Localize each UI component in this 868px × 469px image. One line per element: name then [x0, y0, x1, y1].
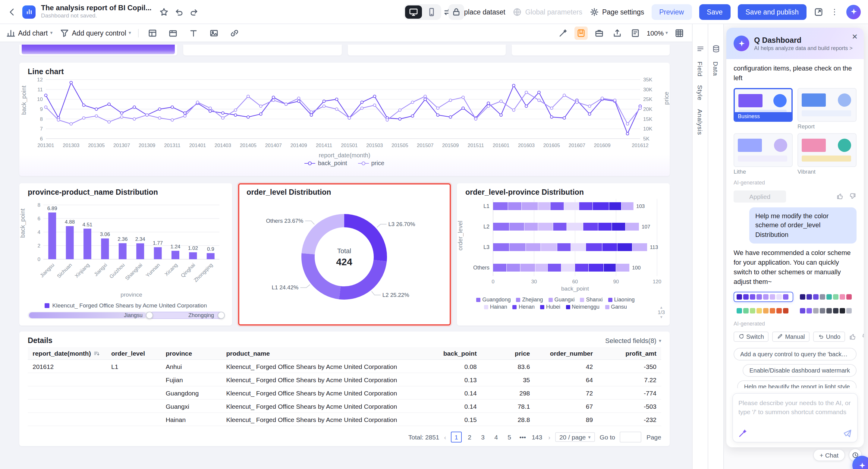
table-row[interactable]: Guangdong Kleencut_ Forged Office Shears…	[28, 386, 661, 399]
page-number[interactable]: 4	[491, 432, 501, 442]
more-menu-icon[interactable]: ⋮	[831, 7, 839, 16]
ai-suggestion-chip[interactable]: Add a query control to query the 'back_p…	[734, 348, 857, 361]
dashboard-canvas[interactable]: Line chart back_point price 65K710K815K9…	[0, 42, 692, 469]
data-zoom-slider[interactable]: Jiangsu Zhongqing	[28, 312, 224, 319]
next-page-icon[interactable]: ›	[548, 434, 550, 440]
card-fragment[interactable]	[347, 44, 506, 56]
theme-option-vibrant[interactable]: Vibrant	[798, 133, 857, 175]
tab-style[interactable]: Style	[696, 85, 704, 101]
task-list-icon[interactable]	[629, 26, 642, 39]
theme-thumbnail[interactable]	[798, 133, 857, 167]
page-number[interactable]: 143	[530, 432, 544, 442]
legend-item[interactable]: Neimenggu	[566, 304, 599, 310]
table-row[interactable]: Hebei Kleencut_ Forged Office Shears by …	[28, 426, 661, 427]
undo-scheme-button[interactable]: Undo	[813, 332, 845, 342]
copilot-avatar[interactable]	[846, 4, 861, 19]
card-fragment[interactable]	[512, 44, 670, 56]
legend-item[interactable]: Guangdong	[476, 296, 510, 303]
tab-analysis[interactable]: Analysis	[696, 109, 704, 135]
legend-item[interactable]: Hainan	[484, 304, 507, 310]
ai-suggestion-chip[interactable]: Enable/Disable dashboard watermark	[743, 364, 857, 377]
add-query-control-button[interactable]: Add query control▾	[60, 28, 131, 38]
pager-down-icon[interactable]: ▼	[659, 316, 663, 319]
thumb-up-icon[interactable]	[849, 333, 857, 341]
save-button[interactable]: Save	[699, 4, 730, 20]
save-and-publish-button[interactable]: Save and publish	[738, 4, 807, 20]
legend-item[interactable]: Guangxi	[548, 296, 575, 303]
card-fragment[interactable]	[184, 44, 342, 56]
card-fragment-purple[interactable]	[19, 44, 178, 56]
page-number[interactable]: 2	[464, 432, 475, 442]
component-library-icon[interactable]	[592, 26, 606, 39]
tab-field[interactable]: Field	[696, 61, 704, 77]
theme-wand-icon[interactable]	[556, 26, 569, 39]
ai-input-box[interactable]: Please describe your needs to the AI, or…	[733, 393, 858, 442]
undo-icon[interactable]	[175, 7, 184, 17]
theme-option-lithe[interactable]: Lithe	[734, 133, 793, 175]
magic-wand-icon[interactable]	[738, 429, 747, 438]
insert-tab-container-icon[interactable]	[167, 26, 180, 39]
order-level-donut-card[interactable]: order_level Distribution L3 26.70%L2 25.…	[238, 183, 451, 325]
favorite-star-icon[interactable]	[159, 7, 169, 17]
color-palette[interactable]	[797, 292, 857, 302]
tab-data[interactable]: Data	[712, 61, 719, 76]
insert-text-icon[interactable]	[187, 26, 200, 39]
theme-thumbnail[interactable]	[798, 88, 857, 122]
page-settings-button[interactable]: Page settings	[590, 7, 644, 17]
prev-page-icon[interactable]: ‹	[444, 434, 446, 440]
ai-panel-subtitle[interactable]: AI helps analyze data and build reports …	[754, 45, 852, 51]
back-icon[interactable]	[7, 7, 17, 17]
legend-item[interactable]: Shanxi	[580, 296, 603, 303]
legend-item[interactable]: price	[358, 160, 384, 166]
legend-item[interactable]: Hubei	[540, 304, 560, 310]
zoom-select[interactable]: 100%▾	[647, 29, 668, 36]
goto-page-input[interactable]	[620, 432, 642, 442]
legend-item[interactable]: back_point	[305, 160, 347, 166]
page-number[interactable]: 1	[451, 432, 462, 442]
switch-scheme-button[interactable]: Switch	[734, 332, 769, 342]
page-number[interactable]: 5	[504, 432, 515, 442]
page-size-select[interactable]: 20 / page▾	[555, 432, 595, 442]
color-palette[interactable]	[734, 292, 793, 302]
global-parameters-button[interactable]: Global parameters	[513, 7, 582, 17]
preview-button[interactable]: Preview	[651, 4, 692, 20]
legend-item[interactable]: Liaoning	[608, 296, 635, 303]
thumb-down-icon[interactable]	[849, 193, 857, 200]
add-chart-button[interactable]: Add chart▾	[6, 28, 53, 38]
table-row[interactable]: Fujian Kleencut_ Forged Office Shears by…	[28, 373, 661, 386]
table-row[interactable]: Hainan Kleencut_ Forged Office Shears by…	[28, 413, 661, 426]
close-icon[interactable]: ✕	[852, 33, 858, 41]
theme-thumbnail[interactable]	[734, 133, 793, 167]
insert-image-icon[interactable]	[208, 26, 221, 39]
table-row[interactable]: Guangxi Kleencut_ Forged Office Shears b…	[28, 399, 661, 413]
mobile-view-toggle[interactable]	[423, 5, 440, 19]
theme-option-business[interactable]: Business	[734, 88, 793, 130]
export-icon[interactable]	[611, 26, 624, 39]
legend-item[interactable]: Zhejiang	[516, 296, 543, 303]
manual-adjust-button[interactable]: Manual	[772, 332, 810, 342]
legend-pager[interactable]: ▲ 1/3 ▼	[658, 306, 665, 319]
lock-button[interactable]	[448, 4, 464, 20]
page-number[interactable]: 3	[477, 432, 488, 442]
legend-item[interactable]: Henan	[513, 304, 535, 310]
insert-table-icon[interactable]	[146, 26, 159, 39]
order-level-province-card[interactable]: order_level-province Distribution order_…	[457, 183, 670, 325]
applied-button[interactable]: Applied	[734, 190, 786, 202]
province-bar-card[interactable]: province-product_name Distribution back_…	[19, 183, 232, 325]
thumb-down-icon[interactable]	[861, 333, 864, 341]
ai-suggestion-chip[interactable]: Help me beautify the report in light sty…	[738, 380, 857, 388]
sort-icon[interactable]	[93, 350, 100, 356]
selected-fields-dropdown[interactable]: Selected fields(8)▾	[605, 337, 661, 344]
data-zoom-handle-left[interactable]	[146, 312, 153, 319]
theme-option-report[interactable]: Report	[798, 88, 857, 130]
details-table-card[interactable]: Details Selected fields(8)▾ report_date(…	[19, 332, 670, 446]
color-palette[interactable]	[734, 306, 793, 316]
insert-link-icon[interactable]	[228, 26, 241, 39]
table-scroll-area[interactable]: report_date(month) order_level province …	[28, 347, 661, 427]
color-palette[interactable]	[797, 306, 857, 316]
new-chat-button[interactable]: + Chat	[813, 449, 845, 461]
table-row[interactable]: 201612 L1 Anhui Kleencut_ Forged Office …	[28, 359, 661, 373]
theme-thumbnail[interactable]: Business	[734, 88, 793, 122]
share-icon[interactable]	[814, 7, 824, 17]
grid-layout-icon[interactable]	[673, 26, 686, 39]
